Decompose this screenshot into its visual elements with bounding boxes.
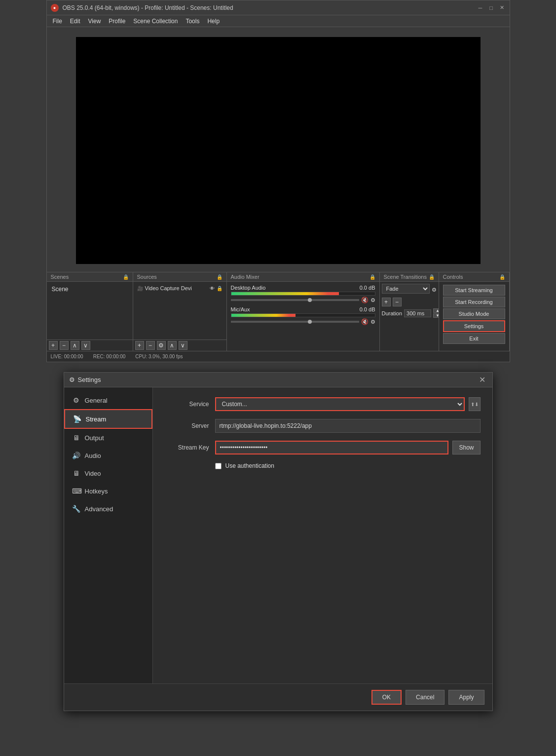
mic-aux-mute-icon[interactable]: 🔇 — [361, 318, 369, 325]
menu-profile[interactable]: Profile — [105, 17, 129, 26]
sources-remove-button[interactable]: − — [146, 341, 155, 350]
nav-general-label: General — [85, 397, 108, 404]
nav-audio[interactable]: 🔊 Audio — [64, 447, 152, 464]
show-stream-key-button[interactable]: Show — [452, 441, 480, 454]
sources-settings-button[interactable]: ⚙ — [157, 341, 166, 350]
audio-mixer-panel: Audio Mixer 🔒 Desktop Audio 0.0 dB — [227, 272, 380, 351]
nav-general[interactable]: ⚙ General — [64, 391, 152, 409]
sources-down-button[interactable]: ∨ — [179, 341, 187, 350]
mic-aux-gear-icon[interactable]: ⚙ — [371, 319, 375, 325]
server-label: Server — [165, 422, 209, 429]
mic-aux-channel: Mic/Aux 0.0 dB 🔇 ⚙ — [229, 305, 377, 326]
server-row: Server — [165, 419, 481, 433]
obs-icon: ● — [51, 4, 59, 12]
apply-button[interactable]: Apply — [448, 690, 484, 705]
controls-lock-icon: 🔒 — [499, 274, 505, 280]
transition-select[interactable]: Fade — [382, 284, 430, 294]
service-select[interactable]: Custom... — [215, 397, 465, 411]
nav-stream[interactable]: 📡 Stream — [64, 409, 152, 429]
settings-content: Service Custom... ⬆⬇ Server — [153, 387, 492, 683]
nav-advanced-label: Advanced — [85, 505, 113, 513]
nav-output[interactable]: 🖥 Output — [64, 429, 152, 447]
sources-up-button[interactable]: ∧ — [168, 341, 177, 350]
transitions-panel-header: Scene Transitions 🔒 — [380, 272, 439, 282]
duration-row: Duration ▲ ▼ — [382, 308, 437, 318]
start-streaming-button[interactable]: Start Streaming — [443, 285, 505, 296]
nav-advanced[interactable]: 🔧 Advanced — [64, 500, 152, 518]
sources-add-button[interactable]: + — [135, 341, 144, 350]
stream-key-input[interactable] — [215, 441, 449, 454]
scenes-down-button[interactable]: ∨ — [81, 341, 90, 350]
mic-aux-label-row: Mic/Aux 0.0 dB — [231, 306, 375, 312]
menu-tools[interactable]: Tools — [182, 17, 203, 26]
stream-key-field: Show — [215, 441, 481, 454]
controls-panel: Controls 🔒 Start Streaming Start Recordi… — [439, 272, 510, 351]
source-lock-icon: 🔒 — [217, 286, 222, 291]
exit-button[interactable]: Exit — [443, 333, 505, 344]
scenes-add-button[interactable]: + — [49, 341, 58, 350]
source-eye-icon: 👁 — [210, 286, 215, 291]
transitions-panel: Scene Transitions 🔒 Fade ⚙ + − Duration — [380, 272, 439, 351]
use-auth-checkbox[interactable] — [215, 463, 222, 469]
dialog-overlay: ⚙ Settings ✕ ⚙ General 📡 Stream 🖥 Output — [46, 372, 510, 711]
controls-panel-header: Controls 🔒 — [439, 272, 509, 282]
menu-view[interactable]: View — [84, 17, 105, 26]
start-recording-button[interactable]: Start Recording — [443, 297, 505, 307]
duration-down-button[interactable]: ▼ — [433, 313, 438, 318]
menu-edit[interactable]: Edit — [66, 17, 84, 26]
stream-icon: 📡 — [73, 415, 82, 423]
menu-bar: File Edit View Profile Scene Collection … — [47, 15, 510, 27]
transition-remove-button[interactable]: − — [393, 298, 402, 306]
desktop-audio-mute-icon[interactable]: 🔇 — [361, 297, 369, 303]
desktop-audio-slider[interactable] — [231, 299, 359, 301]
window-controls: ─ □ ✕ — [477, 4, 506, 11]
sources-label: Sources — [137, 274, 157, 280]
rec-status: REC: 00:00:00 — [93, 354, 126, 359]
nav-video[interactable]: 🖥 Video — [64, 464, 152, 482]
transition-settings-icon[interactable]: ⚙ — [432, 287, 437, 293]
menu-help[interactable]: Help — [203, 17, 223, 26]
mic-aux-meter-fill — [231, 314, 296, 317]
menu-file[interactable]: File — [49, 17, 66, 26]
maximize-button[interactable]: □ — [488, 4, 495, 11]
mic-aux-meter — [231, 313, 375, 317]
scenes-up-button[interactable]: ∧ — [71, 341, 79, 350]
nav-hotkeys[interactable]: ⌨ Hotkeys — [64, 482, 152, 500]
studio-mode-button[interactable]: Studio Mode — [443, 308, 505, 319]
minimize-button[interactable]: ─ — [477, 4, 484, 11]
desktop-audio-thumb — [308, 298, 312, 302]
settings-button[interactable]: Settings — [443, 320, 505, 332]
settings-sidebar: ⚙ General 📡 Stream 🖥 Output 🔊 Audio 🖥 — [64, 387, 153, 683]
scene-item[interactable]: Scene — [49, 284, 131, 295]
transition-add-button[interactable]: + — [382, 298, 391, 306]
audio-nav-icon: 🔊 — [72, 452, 81, 459]
mic-aux-slider[interactable] — [231, 321, 359, 323]
desktop-audio-meter — [231, 292, 375, 296]
close-button[interactable]: ✕ — [499, 4, 506, 11]
menu-scene-collection[interactable]: Scene Collection — [129, 17, 182, 26]
window-title: OBS 25.0.4 (64-bit, windows) - Profile: … — [63, 4, 477, 11]
dialog-close-button[interactable]: ✕ — [478, 375, 487, 385]
audio-content: Desktop Audio 0.0 dB 🔇 ⚙ — [227, 282, 379, 351]
duration-input[interactable] — [404, 309, 431, 317]
scenes-remove-button[interactable]: − — [60, 341, 69, 350]
nav-output-label: Output — [85, 434, 104, 442]
desktop-audio-db: 0.0 dB — [360, 285, 375, 291]
duration-up-button[interactable]: ▲ — [433, 308, 438, 313]
live-status: LIVE: 00:00:00 — [51, 354, 83, 359]
output-icon: 🖥 — [72, 434, 81, 442]
cancel-button[interactable]: Cancel — [406, 690, 445, 705]
hotkeys-icon: ⌨ — [72, 487, 81, 495]
settings-title: Settings — [78, 376, 101, 383]
desktop-audio-meter-fill — [231, 292, 339, 295]
ok-button[interactable]: OK — [371, 690, 402, 705]
controls-label: Controls — [443, 274, 463, 280]
preview-wrapper — [47, 27, 510, 272]
server-input[interactable] — [215, 419, 481, 433]
source-item[interactable]: 🎥 Video Capture Devi 👁 🔒 — [135, 284, 224, 293]
service-label: Service — [165, 401, 209, 408]
sources-content: 🎥 Video Capture Devi 👁 🔒 — [133, 282, 226, 340]
preview-canvas — [76, 37, 481, 264]
nav-audio-label: Audio — [85, 452, 101, 459]
desktop-audio-gear-icon[interactable]: ⚙ — [371, 297, 375, 303]
